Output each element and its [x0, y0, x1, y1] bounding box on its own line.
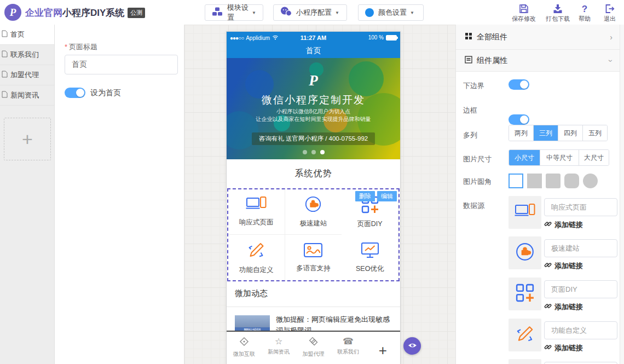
top-header: P 企业官网小程序DIY系统公测 模块设置 ▼ 小程序配置 ▼ 颜色设置 ▼: [0, 0, 624, 25]
datasource-name-input[interactable]: [544, 321, 617, 339]
border-toggle[interactable]: [509, 114, 529, 125]
add-link-button[interactable]: 添加链接: [544, 220, 583, 230]
chevron-down-icon: ›: [607, 59, 616, 62]
img-radius-label: 图片圆角: [463, 177, 492, 187]
help-button[interactable]: ? 帮助: [574, 3, 596, 23]
multi-col-option-2[interactable]: 两列: [509, 125, 533, 141]
exit-button[interactable]: 退出: [599, 3, 621, 23]
feature-cell-custom[interactable]: 功能自定义: [228, 235, 285, 280]
modules-cubes-icon: [212, 7, 223, 19]
edit-component-button[interactable]: 编辑: [377, 191, 397, 201]
page-title-input[interactable]: [65, 55, 178, 74]
news-list-item[interactable]: 网站编辑 微加提醒：网页编辑应避免出现敏感词与极限词: [227, 307, 400, 332]
help-icon: ?: [574, 3, 596, 14]
phone-nav-bar: 首页: [227, 44, 400, 58]
page-diy-icon: [516, 284, 534, 304]
sidebar-item-news[interactable]: 新闻资讯: [0, 85, 54, 106]
chain-link-icon: [544, 220, 552, 230]
carousel-dot[interactable]: [311, 150, 316, 154]
add-link-button[interactable]: 添加链接: [544, 261, 583, 271]
add-link-button[interactable]: 添加链接: [544, 302, 583, 312]
radius-option-rounded-sm[interactable]: [546, 174, 561, 188]
exit-icon: [599, 3, 621, 14]
color-dot-icon: [365, 8, 374, 17]
phone-nav-title: 首页: [306, 46, 321, 56]
carousel-dots[interactable]: [227, 150, 400, 154]
feature-cell-multilang[interactable]: 多语言支持: [285, 235, 342, 280]
tab-add-button[interactable]: +: [366, 332, 400, 364]
datasource-icon-tile: [509, 236, 541, 269]
app-title-primary: 企业官网: [25, 8, 62, 18]
sidebar-item-home[interactable]: 首页: [0, 25, 54, 45]
multi-col-option-4[interactable]: 四列: [558, 125, 582, 141]
bottom-border-toggle[interactable]: [509, 79, 529, 90]
all-components-header[interactable]: 全部组件 ›: [456, 25, 620, 50]
chain-link-icon: [544, 302, 552, 312]
add-link-button[interactable]: 添加链接: [544, 343, 583, 353]
img-radius-options: [509, 174, 598, 188]
download-button[interactable]: 打包下载: [544, 3, 572, 23]
color-settings-button[interactable]: 颜色设置 ▼: [358, 4, 424, 21]
hero-subtitle-2: 让企业以及商家在短时间里实现提升品牌和销量: [227, 115, 400, 123]
download-label: 打包下载: [544, 15, 572, 23]
advantages-section-header[interactable]: 系统优势: [227, 159, 400, 188]
add-link-label: 添加链接: [554, 261, 583, 271]
component-props-label: 组件属性: [477, 56, 507, 66]
preview-eye-button[interactable]: [403, 337, 421, 355]
set-home-toggle[interactable]: [65, 88, 85, 98]
save-button[interactable]: 保存修改: [510, 3, 538, 23]
datasource-name-input[interactable]: [544, 239, 617, 257]
img-size-medium[interactable]: 中等尺寸: [540, 150, 579, 165]
carousel-dot[interactable]: [303, 150, 307, 154]
custom-function-icon: [515, 324, 535, 346]
plus-icon: +: [379, 337, 387, 357]
responsive-pages-icon: [246, 197, 267, 214]
news-section-header[interactable]: 微加动态: [227, 281, 400, 307]
sidebar-item-agency[interactable]: 加盟代理: [0, 65, 54, 85]
hero-banner[interactable]: P 微信小程序定制开发 小程序以微信8亿用户为切入点 让企业以及商家在短时间里实…: [227, 58, 400, 159]
component-props-header[interactable]: 组件属性 ›: [456, 50, 620, 72]
tab-label: 加盟代理: [303, 350, 325, 358]
sidebar-item-label: 加盟代理: [10, 70, 39, 80]
app-logo: P: [4, 4, 21, 21]
sidebar-item-label: 新闻资讯: [10, 90, 39, 100]
add-page-button[interactable]: +: [4, 118, 51, 160]
app-title: 企业官网小程序DIY系统公测: [25, 7, 145, 19]
tab-weijia[interactable]: 微加互联: [227, 332, 261, 364]
feature-cell-fast-build[interactable]: 极速建站: [285, 189, 342, 235]
datasource-name-input[interactable]: [544, 280, 617, 298]
datasource-icon-tile: [509, 196, 541, 229]
seo-icon: [361, 242, 379, 261]
multi-col-option-5[interactable]: 五列: [582, 125, 607, 141]
tab-label: 新闻资讯: [268, 348, 290, 356]
all-components-label: 全部组件: [477, 32, 507, 42]
feature-cell-responsive[interactable]: 响应式页面: [228, 189, 285, 235]
feature-cell-seo[interactable]: SEO优化: [342, 235, 398, 280]
datasource-name-input[interactable]: [544, 198, 617, 216]
sidebar-item-contact[interactable]: 联系我们: [0, 45, 54, 65]
multi-col-segmented: 两列 三列 四列 五列: [509, 125, 608, 141]
app-window: P 企业官网小程序DIY系统公测 模块设置 ▼ 小程序配置 ▼ 颜色设置 ▼: [0, 0, 624, 364]
color-settings-label: 颜色设置: [378, 8, 407, 18]
carousel-dot-active[interactable]: [320, 150, 325, 154]
radius-option-square-selected[interactable]: [509, 174, 523, 188]
radius-option-rounded-lg[interactable]: [564, 174, 579, 188]
tab-contact[interactable]: ☎ 联系我们: [331, 332, 365, 364]
inspector-scrollbar[interactable]: [620, 25, 624, 364]
miniapp-config-button[interactable]: 小程序配置 ▼: [273, 4, 347, 21]
list-icon: [465, 56, 472, 66]
news-section-title: 微加动态: [235, 288, 268, 299]
radius-option-square[interactable]: [527, 174, 542, 188]
selected-feature-grid-component[interactable]: 删除 编辑 响应式页面 极速建站 页面DIY 功能自定义 多语言支持: [227, 188, 400, 281]
multi-col-option-3-selected[interactable]: 三列: [533, 125, 558, 141]
radius-option-circle[interactable]: [583, 174, 598, 188]
datasource-name-input[interactable]: [544, 362, 617, 364]
img-size-large[interactable]: 大尺寸: [579, 150, 609, 165]
page-doc-icon: [2, 70, 8, 80]
delete-component-button[interactable]: 删除: [355, 191, 375, 201]
chevron-right-icon: ›: [610, 33, 613, 42]
img-size-small-selected[interactable]: 小尺寸: [509, 150, 540, 165]
tab-agency[interactable]: 加盟代理: [296, 332, 331, 364]
module-settings-button[interactable]: 模块设置 ▼: [205, 4, 263, 21]
tab-news[interactable]: ☆ 新闻资讯: [261, 332, 296, 364]
